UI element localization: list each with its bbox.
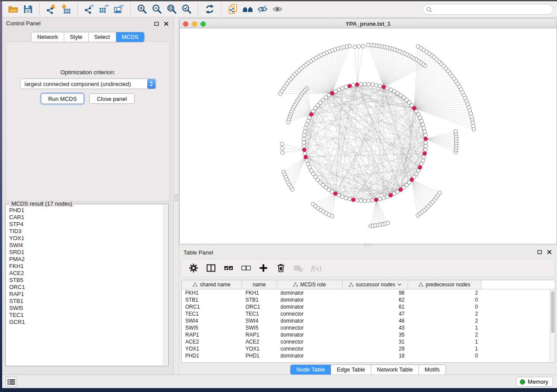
- zoom-fit-button[interactable]: [164, 2, 179, 16]
- table-row[interactable]: STB1STB1dominator620: [182, 296, 555, 303]
- network-node[interactable]: [306, 119, 310, 123]
- import-table-button[interactable]: [59, 2, 73, 16]
- delete-columns-button[interactable]: [275, 262, 287, 274]
- tab-edge-table[interactable]: Edge Table: [331, 365, 371, 375]
- function-builder-button[interactable]: f(x): [310, 262, 322, 274]
- mcds-node[interactable]: [348, 84, 352, 88]
- mcds-node[interactable]: [424, 137, 428, 141]
- mcds-result-item[interactable]: ORC1: [6, 284, 163, 291]
- network-node[interactable]: [385, 86, 389, 90]
- table-row[interactable]: SWI4SWI4dominator462: [182, 317, 555, 324]
- network-node[interactable]: [438, 191, 442, 195]
- network-node[interactable]: [302, 144, 306, 148]
- network-node[interactable]: [344, 85, 348, 89]
- tab-network[interactable]: Network: [31, 32, 64, 42]
- network-node[interactable]: [424, 144, 428, 148]
- memory-button[interactable]: Memory: [516, 377, 553, 387]
- network-node[interactable]: [421, 158, 425, 162]
- zoom-in-button[interactable]: [135, 2, 149, 16]
- mcds-node[interactable]: [309, 113, 313, 117]
- open-file-button[interactable]: [6, 2, 21, 16]
- control-panel-close-icon[interactable]: [163, 21, 169, 27]
- column-header-predecessor-nodes[interactable]: predecessor nodes: [408, 280, 481, 289]
- export-network-button[interactable]: [82, 2, 97, 16]
- mcds-node[interactable]: [304, 155, 308, 159]
- show-all-button[interactable]: [270, 2, 285, 16]
- network-node[interactable]: [422, 155, 426, 159]
- network-node[interactable]: [340, 195, 344, 199]
- network-node[interactable]: [302, 141, 306, 144]
- network-node[interactable]: [416, 45, 420, 48]
- tab-motifs[interactable]: Motifs: [419, 365, 446, 375]
- network-node[interactable]: [370, 199, 374, 203]
- network-node[interactable]: [367, 83, 370, 86]
- delete-table-button[interactable]: [293, 262, 304, 274]
- mcds-result-item[interactable]: STB1: [6, 298, 163, 305]
- mcds-node[interactable]: [374, 198, 378, 202]
- network-node[interactable]: [330, 214, 334, 218]
- table-row[interactable]: RAP1RAP1dominator352: [182, 331, 555, 338]
- mcds-result-item[interactable]: RAP1: [6, 291, 163, 298]
- mcds-list-scrollbar[interactable]: [163, 205, 168, 365]
- mcds-node[interactable]: [302, 148, 306, 152]
- mcds-node[interactable]: [352, 198, 356, 202]
- network-node[interactable]: [305, 158, 309, 162]
- network-node[interactable]: [340, 86, 344, 90]
- network-node[interactable]: [421, 123, 425, 127]
- table-scrollbar-thumb[interactable]: [551, 291, 554, 333]
- import-network-button[interactable]: [44, 2, 59, 16]
- column-header-successor-nodes[interactable]: successor nodes: [343, 280, 408, 289]
- refresh-button[interactable]: [202, 2, 217, 16]
- mcds-node[interactable]: [355, 83, 359, 87]
- network-node[interactable]: [370, 83, 374, 87]
- network-node[interactable]: [337, 193, 341, 197]
- network-node[interactable]: [303, 151, 307, 155]
- mcds-node[interactable]: [423, 151, 427, 155]
- table-scrollbar[interactable]: [550, 289, 555, 362]
- network-node[interactable]: [302, 137, 306, 141]
- mcds-node[interactable]: [399, 188, 403, 192]
- network-node[interactable]: [378, 197, 382, 201]
- mcds-result-item[interactable]: SRD1: [6, 249, 163, 256]
- mcds-result-item[interactable]: CAR1: [6, 214, 163, 221]
- close-panel-button[interactable]: Close panel: [89, 93, 135, 104]
- mcds-node[interactable]: [382, 85, 386, 89]
- table-row[interactable]: ORC1ORC1dominator610: [182, 303, 555, 310]
- network-node[interactable]: [286, 120, 290, 124]
- network-node[interactable]: [305, 123, 309, 127]
- create-column-button[interactable]: [258, 262, 269, 274]
- network-node[interactable]: [355, 199, 359, 203]
- mcds-node[interactable]: [389, 193, 393, 197]
- search-input[interactable]: [422, 4, 554, 15]
- mcds-result-item[interactable]: SWI5: [6, 305, 163, 312]
- network-node[interactable]: [367, 43, 370, 47]
- zoom-selected-button[interactable]: [179, 2, 194, 16]
- network-node[interactable]: [280, 146, 284, 150]
- mcds-result-item[interactable]: PHD1: [6, 207, 163, 214]
- network-node[interactable]: [392, 89, 396, 93]
- tab-network-table[interactable]: Network Table: [371, 365, 419, 375]
- network-node[interactable]: [280, 142, 284, 146]
- network-node[interactable]: [454, 130, 458, 134]
- network-node[interactable]: [424, 141, 428, 144]
- network-node[interactable]: [363, 199, 367, 203]
- show-columns-button[interactable]: [205, 262, 217, 274]
- control-panel-float-icon[interactable]: [153, 21, 159, 27]
- column-header-MCDS-role[interactable]: MCDS role: [277, 280, 343, 289]
- mcds-node[interactable]: [333, 192, 337, 196]
- table-row[interactable]: TEC1TEC1connector472: [182, 310, 555, 317]
- zoom-out-button[interactable]: [149, 2, 164, 16]
- network-node[interactable]: [382, 196, 386, 200]
- hide-selected-button[interactable]: [255, 2, 270, 16]
- mcds-result-item[interactable]: TEC1: [6, 312, 163, 319]
- mcds-result-item[interactable]: YOX1: [6, 235, 163, 242]
- optimization-criterion-select[interactable]: largest connected component (undirected): [20, 79, 156, 89]
- mcds-result-item[interactable]: STP4: [6, 221, 163, 228]
- status-menu-button[interactable]: [5, 377, 17, 387]
- tab-select[interactable]: Select: [89, 32, 116, 42]
- table-row[interactable]: ACE2ACE2connector311: [182, 338, 555, 345]
- network-node[interactable]: [281, 151, 285, 155]
- mcds-result-item[interactable]: GCR1: [6, 319, 163, 326]
- network-node[interactable]: [367, 199, 370, 203]
- network-node[interactable]: [303, 130, 307, 134]
